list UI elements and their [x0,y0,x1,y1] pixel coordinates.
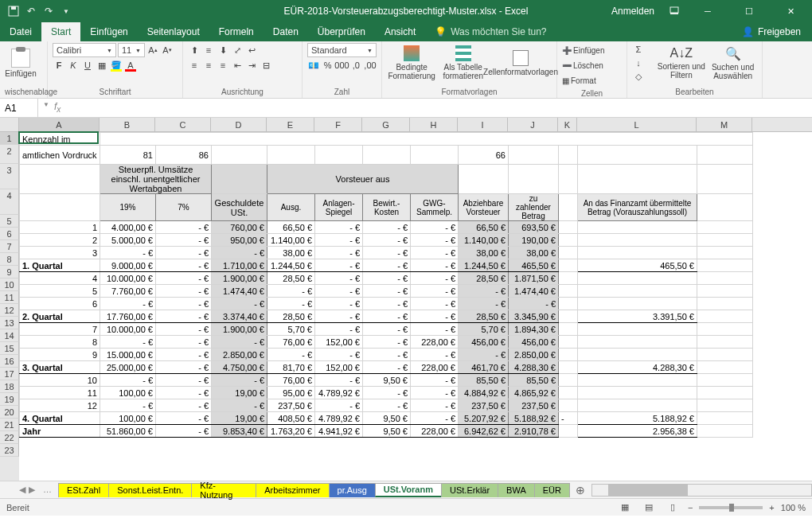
zoom-in-button[interactable]: + [769,503,774,512]
add-sheet-button[interactable]: ⊕ [569,484,591,497]
decrease-font-icon[interactable]: A▾ [161,44,174,56]
fill-color-icon[interactable]: 🪣 [110,59,123,72]
align-middle-icon[interactable]: ≡ [202,44,215,56]
tell-me-search[interactable]: 💡 Was möchten Sie tun? [425,26,556,37]
cell-header[interactable]: 7% [156,194,212,221]
cell-header[interactable]: Ausg. [267,194,315,221]
percent-icon[interactable]: % [322,59,334,72]
redo-icon[interactable]: ↷ [43,6,54,17]
cell-styles-button[interactable]: Zellenformatvorlagen [490,43,552,83]
cancel-formula-icon[interactable]: ▼ [43,101,49,114]
sheet-tab-active[interactable]: USt.Voranm [375,483,442,497]
merge-icon[interactable]: ⊟ [260,59,272,72]
paste-button[interactable]: Einfügen [5,43,37,83]
col-header-F[interactable]: F [314,118,362,131]
tab-formulas[interactable]: Formeln [209,22,264,41]
row-header[interactable]: 10 [0,278,19,291]
row-header[interactable]: 16 [0,355,19,368]
cell-header[interactable]: An das Finanzamt übermittelte Betrag (Vo… [578,194,697,221]
row-header[interactable]: 21 [0,419,19,431]
row-header[interactable]: 19 [0,393,19,406]
cell[interactable]: 81 [100,146,156,165]
row-header[interactable]: 9 [0,266,19,278]
tab-start[interactable]: Start [41,22,80,41]
tab-insert[interactable]: Einfügen [80,22,137,41]
format-cells-button[interactable]: ▦Format [562,73,604,88]
tab-view[interactable]: Ansicht [375,22,425,41]
file-tab[interactable]: Datei [0,22,41,41]
col-header-I[interactable]: I [458,118,508,131]
formula-input[interactable] [65,99,812,117]
minimize-button[interactable]: ─ [694,0,721,22]
zoom-level[interactable]: 100 % [781,503,806,512]
col-header-C[interactable]: C [155,118,211,131]
row-header[interactable]: 15 [0,342,19,355]
cell-header[interactable]: Anlagen-Spiegel [315,194,363,221]
insert-cells-button[interactable]: ➕Einfügen [562,43,604,57]
align-right-icon[interactable]: ≡ [217,59,229,72]
sheet-tab[interactable]: USt.Erklär [441,483,498,497]
col-header-A[interactable]: A [19,118,100,131]
cell[interactable]: 86 [156,146,212,165]
fx-icon[interactable]: fx [54,101,61,114]
row-header[interactable]: 22 [0,431,19,444]
cell[interactable]: 66 [459,146,509,165]
row-header[interactable]: 17 [0,368,19,380]
page-break-view-icon[interactable]: ▯ [664,500,681,515]
clear-icon[interactable]: ◇ [632,70,645,83]
tab-review[interactable]: Überprüfen [308,22,375,41]
ribbon-options-icon[interactable] [669,6,680,17]
zoom-slider[interactable] [699,506,763,509]
cell-header[interactable]: 19% [100,194,156,221]
find-select-button[interactable]: 🔍Suchen und Auswählen [709,43,757,83]
row-header[interactable]: 18 [0,380,19,393]
col-header-J[interactable]: J [508,118,558,131]
fill-icon[interactable]: ↓ [632,56,645,69]
border-icon[interactable]: ▦ [96,59,108,72]
decimal-dec-icon[interactable]: ,00 [364,59,377,72]
align-left-icon[interactable]: ≡ [188,59,201,72]
increase-font-icon[interactable]: A▴ [146,44,159,56]
col-header-E[interactable]: E [267,118,314,131]
row-header[interactable]: 20 [0,406,19,419]
sign-in-link[interactable]: Anmelden [611,6,654,17]
align-top-icon[interactable]: ⬆ [188,44,201,56]
wrap-text-icon[interactable]: ↩ [245,44,258,56]
row-header[interactable]: 7 [0,240,19,253]
row-header[interactable]: 11 [0,291,19,304]
sort-filter-button[interactable]: A↓ZSortieren und Filtern [657,43,705,83]
cell[interactable]: 66,50 € [459,221,509,234]
sheet-tab[interactable]: ESt.Zahl [58,483,109,497]
cell-header[interactable]: zu zahlender Betrag [509,194,559,221]
row-header[interactable]: 12 [0,304,19,317]
name-box[interactable]: A1 [0,99,38,117]
cell-header[interactable]: Abziehbare Vorsteuer [459,194,509,221]
cell-header[interactable]: GWG-Sammelp. [411,194,459,221]
data-table[interactable]: Kennzahl im amtlichen Vordruck818666 Ste… [19,132,753,463]
autosum-icon[interactable]: Σ [632,43,645,56]
cell-header[interactable]: Vorsteuer aus [267,165,459,194]
tab-nav-prev-icon[interactable]: ◀ [19,485,25,495]
sheet-tab[interactable]: Arbeitszimmer [256,483,329,497]
col-header-H[interactable]: H [410,118,458,131]
save-icon[interactable] [8,6,19,17]
cell[interactable]: 4.000,00 € [100,221,156,234]
col-header-G[interactable]: G [362,118,410,131]
delete-cells-button[interactable]: ➖Löschen [562,58,604,72]
font-name-select[interactable]: Calibri▼ [53,43,116,57]
row-header[interactable]: 8 [0,253,19,266]
row-header[interactable]: 6 [0,228,19,240]
normal-view-icon[interactable]: ▦ [616,500,634,515]
col-header-D[interactable]: D [211,118,267,131]
tab-layout[interactable]: Seitenlayout [138,22,209,41]
italic-icon[interactable]: K [67,59,80,72]
indent-dec-icon[interactable]: ⇤ [231,59,244,72]
cell[interactable]: - € [315,221,363,234]
underline-icon[interactable]: U [81,59,94,72]
sheet-tab[interactable]: EÜR [534,483,570,497]
sheet-tab[interactable]: pr.Ausg [329,483,376,497]
conditional-format-button[interactable]: Bedingte Formatierung [387,43,436,83]
col-header-B[interactable]: B [100,118,155,131]
maximize-button[interactable]: ☐ [736,0,763,22]
share-button[interactable]: 👤 Freigeben [731,26,812,37]
